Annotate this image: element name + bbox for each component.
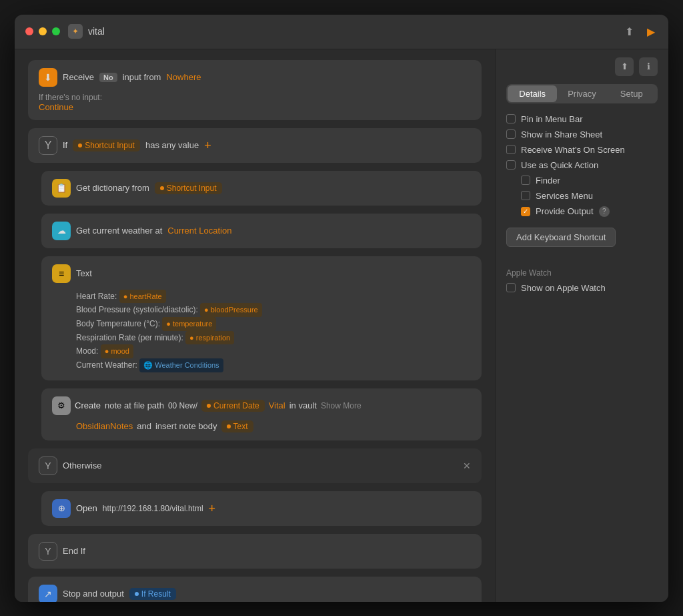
path-prefix: 00 New/	[168, 401, 197, 410]
sidebar-info-icon[interactable]: ℹ	[639, 57, 658, 76]
show-share-sheet-checkbox[interactable]	[506, 129, 516, 139]
end-if-block: Y End If	[28, 534, 482, 569]
receive-no-badge: No	[99, 73, 117, 82]
current-date-tag[interactable]: Current Date	[201, 400, 265, 412]
provide-output-checkbox[interactable]: ✓	[521, 207, 530, 216]
sidebar-save-icon[interactable]: ⬆	[615, 57, 634, 76]
minimize-button[interactable]	[39, 27, 47, 35]
otherwise-block: Y Otherwise ✕	[28, 448, 482, 483]
titlebar-actions: ⬆ ▶	[622, 23, 658, 41]
create-block: ⚙ Create note at file path 00 New/ Curre…	[41, 388, 482, 440]
use-as-quick-action-row: Use as Quick Action	[506, 160, 658, 170]
text-tag-block[interactable]: Text	[221, 420, 253, 432]
use-as-quick-action-label: Use as Quick Action	[521, 160, 598, 170]
text-tag-dot	[227, 424, 231, 428]
provide-output-help-icon[interactable]: ?	[599, 206, 610, 217]
tab-details[interactable]: Details	[508, 85, 557, 102]
temperature-tag[interactable]: ● temperature	[162, 317, 216, 331]
open-icon: ⊕	[52, 499, 71, 518]
traffic-lights	[25, 27, 60, 35]
mood-tag[interactable]: ● mood	[101, 344, 133, 358]
open-url: http://192.168.1.80/vital.html	[103, 504, 203, 513]
provide-output-label: Provide Output	[536, 206, 594, 216]
end-if-label: End If	[63, 546, 85, 556]
pin-menu-bar-row: Pin in Menu Bar	[506, 114, 658, 124]
tag-dot-2	[160, 186, 164, 190]
if-block: Y If Shortcut Input has any value +	[28, 128, 482, 163]
pin-menu-bar-label: Pin in Menu Bar	[521, 114, 583, 124]
sidebar: ⬆ ℹ Details Privacy Setup Pin in Menu Ba…	[495, 49, 668, 602]
no-input-label: If there's no input:	[39, 93, 102, 102]
receive-whats-on-screen-label: Receive What's On Screen	[521, 145, 625, 155]
services-menu-label: Services Menu	[536, 191, 593, 201]
get-dictionary-block: 📋 Get dictionary from Shortcut Input	[41, 171, 482, 206]
add-keyboard-shortcut-button[interactable]: Add Keyboard Shortcut	[506, 228, 616, 247]
services-menu-row: Services Menu	[521, 191, 658, 201]
obsidian-notes-tag[interactable]: ObsidianNotes	[76, 421, 133, 431]
receive-whats-on-screen-row: Receive What's On Screen	[506, 145, 658, 155]
otherwise-close-icon[interactable]: ✕	[463, 460, 471, 471]
app-icon: ✦	[68, 24, 83, 39]
add-open-button[interactable]: +	[209, 503, 216, 515]
sidebar-top-icons: ⬆ ℹ	[506, 57, 658, 76]
and-text: and	[137, 421, 151, 431]
stop-icon: ↗	[39, 585, 57, 602]
maximize-button[interactable]	[52, 27, 60, 35]
get-weather-label: Get current weather at	[76, 226, 162, 236]
services-menu-checkbox[interactable]	[521, 191, 530, 200]
otherwise-icon: Y	[39, 456, 57, 475]
show-more-link[interactable]: Show More	[321, 401, 362, 410]
weather-tag[interactable]: 🌐 Weather Conditions	[139, 358, 223, 372]
current-location-tag[interactable]: Current Location	[167, 226, 231, 236]
finder-label: Finder	[536, 176, 560, 186]
shortcut-input-tag-1[interactable]: Shortcut Input	[73, 139, 140, 151]
show-on-apple-watch-checkbox[interactable]	[506, 283, 516, 292]
show-share-sheet-label: Show in Share Sheet	[521, 129, 602, 139]
show-share-sheet-row: Show in Share Sheet	[506, 129, 658, 139]
text-block-title: Text	[76, 268, 92, 278]
if-result-dot	[135, 592, 139, 596]
blood-pressure-tag[interactable]: ● bloodPressure	[200, 303, 262, 317]
text-icon: ≡	[52, 264, 71, 283]
main-content: ⬇ Receive No input from Nowhere If there…	[15, 49, 668, 602]
add-condition-button[interactable]: +	[204, 139, 211, 151]
tag-dot-1	[78, 143, 82, 147]
weather-icon: ☁	[52, 222, 71, 240]
date-tag-dot	[207, 404, 211, 408]
tab-privacy[interactable]: Privacy	[557, 85, 606, 102]
dict-icon: 📋	[52, 179, 71, 198]
heart-rate-tag[interactable]: ● heartRate	[119, 290, 166, 304]
vital-text: Vital	[269, 400, 285, 410]
respiration-tag[interactable]: ● respiration	[185, 331, 234, 345]
close-button[interactable]	[25, 27, 33, 35]
tab-setup[interactable]: Setup	[607, 85, 656, 102]
receive-block: ⬇ Receive No input from Nowhere If there…	[28, 60, 482, 120]
use-as-quick-action-checkbox[interactable]	[506, 160, 516, 170]
receive-whats-on-screen-checkbox[interactable]	[506, 145, 516, 154]
canvas-area[interactable]: ⬇ Receive No input from Nowhere If there…	[15, 49, 495, 602]
end-if-icon: Y	[39, 542, 57, 561]
run-button[interactable]: ▶	[644, 23, 658, 41]
get-weather-block: ☁ Get current weather at Current Locatio…	[41, 214, 482, 248]
no-input-value[interactable]: Continue	[39, 102, 73, 112]
if-icon: Y	[39, 136, 57, 155]
otherwise-label: Otherwise	[63, 460, 102, 471]
text-block: ≡ Text Heart Rate: ● heartRate Blood Pre…	[41, 256, 482, 380]
receive-input-from: input from	[123, 72, 161, 82]
if-keyword: If	[63, 140, 67, 150]
if-result-tag[interactable]: If Result	[129, 588, 176, 600]
in-vault-text: in vault	[289, 400, 317, 410]
pin-menu-bar-checkbox[interactable]	[506, 114, 516, 123]
create-icon: ⚙	[52, 396, 71, 415]
open-block: ⊕ Open http://192.168.1.80/vital.html +	[41, 491, 482, 526]
show-on-apple-watch-row: Show on Apple Watch	[506, 283, 658, 293]
finder-row: Finder	[521, 176, 658, 186]
finder-checkbox[interactable]	[521, 176, 530, 185]
create-keyword: Create	[75, 400, 101, 410]
share-button[interactable]: ⬆	[622, 23, 636, 41]
receive-icon: ⬇	[39, 68, 57, 87]
note-at-file: note at file path	[105, 400, 164, 410]
apple-watch-section-label: Apple Watch	[506, 268, 658, 278]
provide-output-row: ✓ Provide Output ?	[521, 206, 658, 217]
shortcut-input-tag-2[interactable]: Shortcut Input	[155, 182, 222, 194]
